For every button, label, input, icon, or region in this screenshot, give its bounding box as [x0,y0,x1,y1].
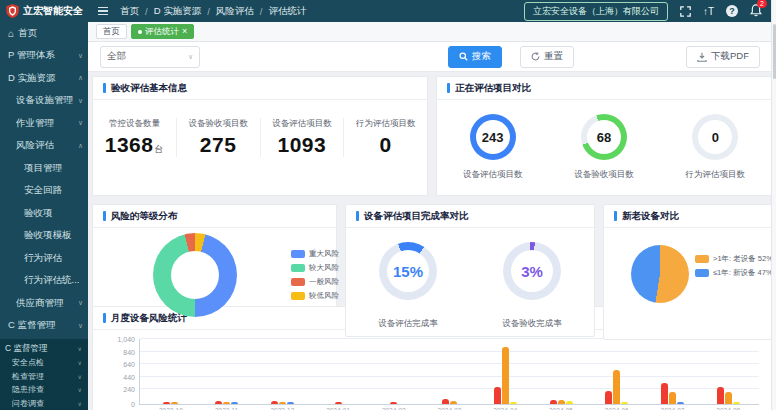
breadcrumb-item[interactable]: 首页 [120,5,139,18]
sidebar-item[interactable]: 行为评估统... [0,270,88,293]
stat-value: 0 [344,133,427,157]
sidebar-popup-item[interactable]: 安全点检∨ [0,356,88,370]
sidebar-popup-item[interactable]: 检查管理∨ [0,370,88,384]
vertical-scrollbar[interactable] [771,0,776,410]
stat-label: 设备评估项目数 [261,118,344,130]
search-button[interactable]: 搜索 [448,46,502,68]
progress-ring: 3%设备验收完成率 [502,242,562,330]
sidebar-item[interactable]: P 管理体系∨ [0,45,88,68]
legend-swatch [291,250,305,258]
legend-label: 重大风险 [309,249,339,259]
stat-item: 设备验收项目数275 [177,118,261,157]
menu-fold-icon[interactable] [98,7,108,16]
legend-item[interactable]: 较大风险 [291,263,339,273]
progress-ring: 0行为评估项目数 [686,114,746,181]
app-root: 立宏智能安全 首页/D 实施资源/风险评估/评估统计 立宏安全设备（上海）有限公… [0,0,776,410]
fullscreen-icon[interactable] [680,6,691,17]
sidebar-item-label: D 实施资源 [8,72,56,85]
chevron-down-icon: ∨ [78,386,82,393]
breadcrumb-separator: / [145,6,148,17]
legend-item[interactable]: ≤1年: 新设备 47% [695,268,773,278]
legend-item[interactable]: 一般风险 [291,277,339,287]
bar [215,401,222,404]
sidebar-popup-item[interactable]: 问卷调查∨ [0,397,88,410]
card-title: 正在评估项目对比 [455,82,531,95]
reset-button[interactable]: 重置 [520,46,574,68]
sidebar-item[interactable]: 作业管理∨ [0,112,88,135]
sidebar-item[interactable]: 验收项 [0,202,88,225]
sidebar-item[interactable]: C 监督管理∨ [0,315,88,338]
ring-arc: 15% [379,242,437,300]
bar-group: 2024-05 [533,339,589,404]
stat-item: 设备评估项目数1093 [261,118,345,157]
card-title: 验收评估基本信息 [111,82,187,95]
bar [510,402,517,404]
card-acceptance-basic-info: 验收评估基本信息 管控设备数量1368台设备验收项目数275设备评估项目数109… [92,76,428,196]
chevron-down-icon: ∨ [78,322,83,330]
completion-rings: 15%设备评估完成率3%设备验收完成率 [346,228,594,330]
bar [442,399,449,404]
bar [558,400,565,404]
sidebar-popup-item[interactable]: 隐患排查∨ [0,383,88,397]
bar [335,402,342,404]
card-title: 设备评估项目完成率对比 [364,210,469,223]
header-actions: 立宏安全设备（上海）有限公司 ↑T ? 2 [524,2,776,21]
close-icon[interactable]: × [182,27,187,36]
help-icon[interactable]: ? [726,5,738,17]
tab-bar: 首页 评估统计 × [88,22,776,42]
legend-item[interactable]: 重大风险 [291,249,339,259]
scrollbar-thumb[interactable] [773,24,776,79]
bar [661,383,668,404]
ring-label: 设备评估项目数 [463,169,523,181]
sidebar-item[interactable]: ⌂首页 [0,22,88,45]
active-dot [138,30,142,34]
sidebar-item[interactable]: 设备设施管理∨ [0,90,88,113]
bar-group: 2024-04 [477,339,533,404]
main-area: 首页 评估统计 × 全部 ∨ 搜索 [88,22,776,410]
legend-swatch [291,292,305,300]
filter-select[interactable]: 全部 ∨ [100,46,200,68]
legend-item[interactable]: 较低风险 [291,291,339,301]
ring-value: 15% [379,242,437,300]
download-icon [697,52,707,62]
tab-home[interactable]: 首页 [96,24,127,39]
breadcrumb-item[interactable]: 评估统计 [268,5,306,18]
home-icon: ⌂ [8,28,14,39]
sidebar-item-label: 行为评估 [24,252,62,265]
breadcrumb-item[interactable]: D 实施资源 [154,5,202,18]
chevron-down-icon: ∨ [188,53,193,61]
sidebar-item-label: 首页 [18,27,37,40]
legend-swatch [695,255,709,263]
card-device-age-comparison: 新老设备对比 >1年: 老设备 52%≤1年: 新设备 47% [603,204,772,340]
download-pdf-button[interactable]: 下载PDF [686,46,760,68]
sidebar-item[interactable]: D 实施资源∧ [0,67,88,90]
tab-assessment-stats[interactable]: 评估统计 × [131,24,194,39]
chevron-up-icon: ∧ [78,74,83,82]
sidebar-item[interactable]: 供应商管理∨ [0,292,88,315]
sidebar-item[interactable]: 风险评估∧ [0,135,88,158]
sidebar-item[interactable]: 安全回路 [0,180,88,203]
sidebar-item[interactable]: 验收项模板 [0,225,88,248]
card-ongoing-projects: 正在评估项目对比 243设备评估项目数68设备验收项目数0行为评估项目数 [436,76,772,196]
stat-label: 管控设备数量 [93,118,176,130]
bar [494,387,501,404]
font-size-icon[interactable]: ↑T [703,6,714,17]
chevron-down-icon: ∨ [78,359,82,366]
notification-bell-icon[interactable]: 2 [750,4,762,19]
chevron-down-icon: ∨ [78,373,82,380]
company-selector-button[interactable]: 立宏安全设备（上海）有限公司 [524,2,668,21]
sidebar-popup-header[interactable]: C 监督管理 ∨ [0,341,88,356]
sidebar-item[interactable]: 项目管理 [0,157,88,180]
ring-label: 设备验收完成率 [502,318,562,330]
bar [550,400,557,404]
bar [223,402,230,404]
legend-item[interactable]: >1年: 老设备 52% [695,254,773,264]
app-logo: 立宏智能安全 [0,4,88,18]
bar [502,347,509,404]
bar [279,402,286,404]
chevron-down-icon: ∨ [78,345,82,352]
ring-arc: 0 [692,114,738,160]
sidebar-item[interactable]: 行为评估 [0,247,88,270]
bar [733,402,740,404]
breadcrumb-item[interactable]: 风险评估 [216,5,254,18]
